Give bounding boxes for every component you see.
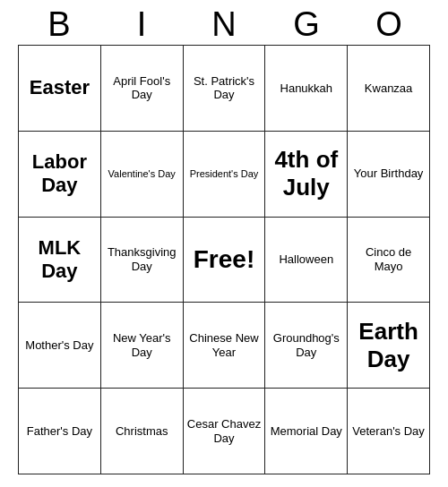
cell-r2-c0: MLK Day [19, 218, 101, 303]
cell-r4-c2: Cesar Chavez Day [184, 389, 266, 474]
cell-r1-c1: Valentine's Day [101, 132, 184, 218]
cell-r0-c0: Easter [19, 46, 101, 132]
cell-r1-c3: 4th of July [265, 132, 348, 218]
cell-r0-c2: St. Patrick's Day [184, 46, 266, 132]
cell-r3-c4: Earth Day [348, 303, 430, 389]
cell-r0-c1: April Fool's Day [101, 46, 184, 132]
cell-r4-c0: Father's Day [19, 389, 101, 474]
cell-r2-c3: Halloween [265, 218, 348, 303]
letter-n: N [186, 7, 262, 41]
cell-r0-c3: Hanukkah [265, 46, 348, 132]
cell-r1-c0: Labor Day [19, 132, 101, 218]
letter-b: B [22, 7, 97, 41]
cell-r3-c1: New Year's Day [101, 303, 184, 389]
cell-r3-c3: Groundhog's Day [265, 303, 348, 389]
letter-o: O [351, 7, 426, 41]
cell-r4-c4: Veteran's Day [348, 389, 430, 474]
cell-r2-c1: Thanksgiving Day [101, 218, 184, 303]
cell-r2-c2: Free! [184, 218, 266, 303]
cell-r1-c4: Your Birthday [348, 132, 430, 218]
bingo-header: B I N G O [18, 0, 430, 45]
cell-r1-c2: President's Day [184, 132, 266, 218]
cell-r4-c1: Christmas [101, 389, 184, 474]
cell-r2-c4: Cinco de Mayo [348, 218, 430, 303]
letter-g: G [269, 7, 344, 41]
bingo-grid: EasterApril Fool's DaySt. Patrick's DayH… [18, 45, 430, 474]
cell-r0-c4: Kwanzaa [348, 46, 430, 132]
letter-i: I [104, 7, 179, 41]
cell-r3-c2: Chinese New Year [184, 303, 266, 389]
cell-r4-c3: Memorial Day [265, 389, 348, 474]
cell-r3-c0: Mother's Day [19, 303, 101, 389]
